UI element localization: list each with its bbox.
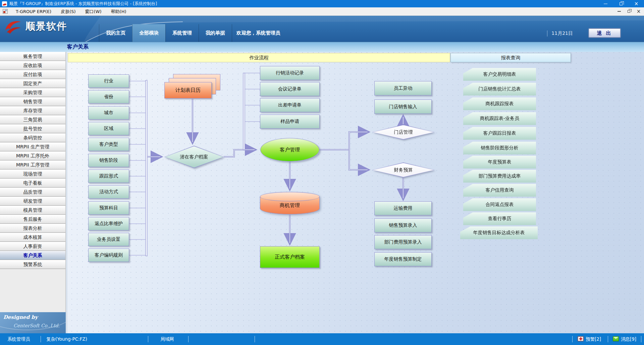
sidebar-item-rnd[interactable]: 研发管理 (0, 197, 65, 206)
sidebar-item-barcode[interactable]: 条码管控 (0, 133, 65, 142)
flow-node-industry[interactable]: 行业 (88, 74, 129, 88)
sidebar-item-mrp2-production[interactable]: MRPII 生产管理 (0, 142, 65, 151)
flow-node-formal-customer-file[interactable]: 正式客户档案 (260, 246, 320, 268)
flow-node-region[interactable]: 区域 (88, 122, 129, 135)
report-customer-tracking-daily[interactable]: 客户跟踪日报表 (463, 127, 536, 140)
flow-node-store-sales-input[interactable]: 门店销售输入 (374, 99, 432, 114)
sidebar-item-accounting[interactable]: 账务管理 (0, 52, 65, 61)
report-view-calendar[interactable]: 查看行事历 (463, 212, 536, 225)
sidebar-item-alert-system[interactable]: 预警系统 (0, 260, 65, 269)
report-sales-stage-graph[interactable]: 销售阶段图形分析 (463, 142, 536, 154)
mdi-close-button[interactable]: × (634, 8, 643, 15)
module-sidebar: 账务管理 应收款项 应付款项 固定资产 采购管理 销售管理 库存管理 三角贸易 … (0, 52, 66, 333)
report-customer-credit-query[interactable]: 客户信用查询 (463, 184, 536, 197)
sidebar-item-customer-relations[interactable]: 客户关系 (0, 251, 65, 260)
message-icon[interactable] (613, 336, 619, 341)
flow-node-sales-budget-entry[interactable]: 销售预算录入 (374, 218, 432, 232)
report-customer-transaction-detail[interactable]: 客户交易明细表 (463, 68, 536, 81)
sidebar-item-mold[interactable]: 模具管理 (0, 206, 65, 215)
minimize-button[interactable] (598, 0, 613, 7)
status-bar: 系统管理员 复杂(Young-PC:FZ) 局域网 预警[2] 消息[9] (0, 333, 644, 345)
sidebar-item-inventory[interactable]: 库存管理 (0, 106, 65, 115)
logo-icon (3, 18, 22, 34)
sidebar-item-triangle-trade[interactable]: 三角贸易 (0, 115, 65, 124)
report-contract-rebate[interactable]: 合同返点报表 (463, 198, 536, 211)
exit-button[interactable]: 退 出 (589, 28, 621, 38)
module-title: 客户关系 (67, 44, 89, 51)
flow-node-employee-transfer[interactable]: 员工异动 (374, 81, 432, 95)
flow-node-financial-budget[interactable]: 财务预算 (372, 162, 434, 178)
report-store-sales-summary[interactable]: 门店销售统计汇总表 (463, 83, 536, 95)
sidebar-item-mrp2-process[interactable]: MRPII 工序管理 (0, 160, 65, 169)
menu-tgroup-erp[interactable]: T-GROUP ERP(E) (11, 7, 56, 16)
sidebar-item-sales[interactable]: 销售管理 (0, 97, 65, 106)
header-swoosh-decoration (0, 16, 644, 42)
company-text: CenterSoft Co.,Ltd. (13, 323, 60, 328)
flow-node-opportunity-management[interactable]: 商机管理 (260, 192, 320, 214)
report-annual-sales-target-analysis[interactable]: 年度销售目标达成分析表 (460, 226, 538, 239)
restore-button[interactable] (613, 0, 629, 7)
report-annual-budget[interactable]: 年度预算表 (463, 156, 536, 168)
window-title: 顺景『T-GROUP』制造业ERP系统 - 东莞顺景软件科技有限公司 - [系统… (9, 1, 598, 7)
flow-node-annual-sales-budget[interactable]: 年度销售预算制定 (374, 252, 432, 266)
app-window: 顺景『T-GROUP』制造业ERP系统 - 东莞顺景软件科技有限公司 - [系统… (0, 0, 644, 345)
flow-node-sample-request[interactable]: 样品申请 (260, 115, 320, 129)
sidebar-item-hr-payroll[interactable]: 人事薪资 (0, 242, 65, 251)
flow-node-customer-code-rule[interactable]: 客户编码规则 (88, 249, 129, 262)
mdi-child-icon (3, 9, 8, 14)
menu-window[interactable]: 窗口(W) (80, 7, 106, 16)
sidebar-item-fixed-assets[interactable]: 固定资产 (0, 79, 65, 88)
sidebar-item-costing[interactable]: 成本核算 (0, 233, 65, 242)
tab-my-home[interactable]: 我的主页 (99, 24, 132, 42)
mdi-minimize-button[interactable] (615, 8, 624, 15)
status-message[interactable]: 消息[9] (621, 336, 636, 342)
mdi-restore-button[interactable] (625, 8, 633, 15)
flow-node-dept-expense-budget-entry[interactable]: 部门费用预算录入 (374, 235, 432, 249)
flow-node-rebate-rate[interactable]: 返点比率维护 (88, 217, 129, 230)
flow-node-store-management[interactable]: 门店管理 (372, 125, 434, 140)
tab-my-documents[interactable]: 我的单据 (199, 24, 232, 42)
flow-node-tracking-form[interactable]: 跟踪形式 (88, 169, 129, 183)
sidebar-item-receivables[interactable]: 应收款项 (0, 61, 65, 70)
sidebar-item-eboard[interactable]: 电子看板 (0, 179, 65, 188)
sidebar-item-lot-control[interactable]: 批号管控 (0, 124, 65, 133)
sidebar-item-aftersales[interactable]: 售后服务 (0, 215, 65, 224)
status-machine: 复杂(Young-PC:FZ) (46, 336, 87, 342)
sidebar-item-mrp2-outsourcing[interactable]: MRPII 工序托外 (0, 151, 65, 160)
flow-node-city[interactable]: 城市 (88, 106, 129, 120)
close-button[interactable]: × (629, 0, 644, 7)
logo-text: 顺景软件 (25, 20, 67, 33)
sidebar-item-quality[interactable]: 品质管理 (0, 188, 65, 197)
tab-system-admin[interactable]: 系统管理 (165, 24, 199, 42)
sidebar-item-report-analysis[interactable]: 报表分析 (0, 224, 65, 233)
flow-node-salesman-setup[interactable]: 业务员设置 (88, 233, 129, 246)
flow-node-business-trip[interactable]: 出差申请单 (260, 98, 320, 112)
report-opportunity-tracking[interactable]: 商机跟踪报表 (463, 97, 536, 110)
date-label: 11月21日 (547, 30, 573, 37)
flow-node-budget-subject[interactable]: 预算科目 (88, 201, 129, 215)
app-header: 顺景软件 我的主页 全部模块 系统管理 我的单据 欢迎您，系统管理员 11月21… (0, 16, 644, 42)
report-opportunity-tracking-salesman[interactable]: 商机跟踪表-业务员 (463, 112, 536, 125)
sidebar-item-shopfloor[interactable]: 现场管理 (0, 169, 65, 179)
status-alert[interactable]: 预警[2] (586, 336, 601, 342)
flow-node-sales-stage[interactable]: 销售阶段 (88, 154, 129, 167)
flow-node-potential-customer[interactable]: 潜在客户档案 (164, 146, 224, 168)
flow-node-customer-type[interactable]: 客户类型 (88, 138, 129, 151)
flow-node-schedule-calendar[interactable]: 计划表日历 (164, 82, 212, 98)
welcome-text: 欢迎您，系统管理员 (236, 24, 280, 42)
flow-node-province[interactable]: 省份 (88, 90, 129, 104)
flow-node-activity-mode[interactable]: 活动方式 (88, 185, 129, 199)
flow-node-transport-cost[interactable]: 运输费用 (374, 201, 432, 215)
menu-skin[interactable]: 皮肤(S) (56, 7, 80, 16)
sidebar-item-purchasing[interactable]: 采购管理 (0, 88, 65, 97)
menu-help[interactable]: 帮助(H) (106, 7, 131, 16)
flow-node-meeting-record[interactable]: 会议记录单 (260, 82, 320, 96)
report-dept-budget-achievement[interactable]: 部门预算费用达成率 (463, 170, 536, 183)
sidebar-item-payables[interactable]: 应付款项 (0, 70, 65, 79)
tab-all-modules[interactable]: 全部模块 (132, 24, 165, 42)
alert-icon[interactable] (578, 336, 584, 341)
flow-node-marketing-activity[interactable]: 行销活动记录 (260, 66, 320, 80)
flow-node-customer-management[interactable]: 客户管理 (260, 138, 319, 161)
report-query-header: 报表查询 (450, 53, 571, 62)
title-bar: 顺景『T-GROUP』制造业ERP系统 - 东莞顺景软件科技有限公司 - [系统… (0, 0, 644, 7)
